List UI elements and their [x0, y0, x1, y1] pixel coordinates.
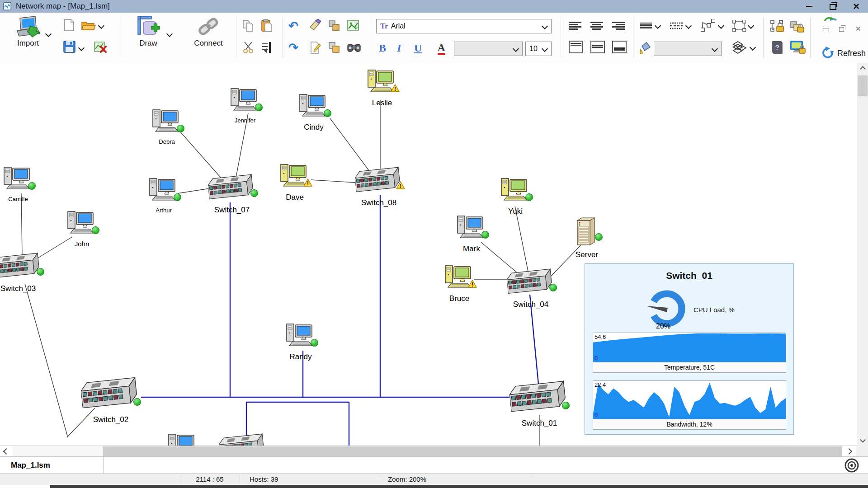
scroll-down-button[interactable]: [857, 434, 868, 446]
save-dropdown-icon[interactable]: [78, 45, 85, 51]
line-width-dropdown-icon[interactable]: [655, 23, 661, 29]
network-node-switch_08[interactable]: !Switch_08: [355, 169, 402, 195]
network-node-switch_01[interactable]: Switch_01: [510, 383, 569, 415]
connector-style-button[interactable]: [701, 19, 715, 33]
delete-map-icon[interactable]: [94, 41, 107, 53]
lock-network-icon[interactable]: [770, 20, 785, 33]
copy-objects-icon[interactable]: [328, 20, 340, 32]
center-map-button[interactable]: [844, 457, 860, 474]
network-node-bruce[interactable]: !Bruce: [445, 264, 474, 291]
paint-bucket-icon[interactable]: [639, 42, 651, 54]
lock-screen-icon[interactable]: [790, 41, 806, 54]
maximize-button[interactable]: [821, 0, 844, 13]
network-node-debra[interactable]: Debra: [152, 108, 181, 135]
lock-objects-icon[interactable]: [790, 20, 805, 33]
undo-icon[interactable]: ↶: [288, 20, 298, 32]
font-color-button[interactable]: A: [438, 42, 445, 55]
lattice-style-button[interactable]: [732, 41, 747, 54]
draw-button[interactable]: Draw: [127, 15, 169, 61]
network-node-john[interactable]: John: [67, 210, 96, 236]
switch-icon: [509, 380, 571, 418]
network-node-randy[interactable]: Randy: [286, 323, 315, 349]
draw-label: Draw: [139, 39, 157, 48]
bold-button[interactable]: B: [379, 42, 386, 53]
network-node[interactable]: [219, 435, 266, 446]
horizontal-scroll-thumb[interactable]: [103, 446, 842, 456]
network-node[interactable]: [168, 433, 197, 446]
line-width-button[interactable]: [640, 22, 652, 29]
align-center-button[interactable]: [590, 21, 603, 31]
open-dropdown-icon[interactable]: [98, 23, 104, 29]
app-icon: [3, 2, 11, 10]
network-node-switch_03[interactable]: Switch_03: [0, 254, 42, 281]
export-image-icon[interactable]: [347, 19, 360, 32]
tab-map1[interactable]: Map_1.lsm: [0, 457, 104, 474]
network-node-jennifer[interactable]: Jennifer: [231, 87, 259, 113]
taskbar-edge: [50, 485, 868, 488]
close-button[interactable]: ×: [844, 0, 868, 13]
align-left-button[interactable]: [569, 21, 581, 31]
line-style-button[interactable]: [670, 22, 683, 30]
network-node-switch_07[interactable]: Switch_07: [208, 176, 255, 202]
valign-bottom-button[interactable]: [612, 41, 627, 53]
format-painter-icon[interactable]: [309, 19, 321, 31]
line-color-select[interactable]: [654, 42, 722, 56]
network-node-leslie[interactable]: !Leslie: [368, 69, 396, 95]
scroll-left-button[interactable]: [0, 446, 13, 457]
network-node-camille[interactable]: Camille: [4, 166, 33, 192]
connect-button[interactable]: Connect: [188, 15, 229, 61]
open-folder-icon[interactable]: [81, 20, 96, 31]
line-style-dropdown-icon[interactable]: [685, 23, 692, 29]
align-right-button[interactable]: [612, 21, 625, 31]
network-node-switch_02[interactable]: Switch_02: [81, 379, 140, 412]
minimize-button[interactable]: [797, 0, 821, 13]
underline-button[interactable]: U: [414, 42, 422, 53]
mdi-minimize-button[interactable]: [823, 28, 829, 31]
order-objects-icon[interactable]: [328, 42, 340, 53]
cut-icon[interactable]: [242, 42, 254, 53]
network-node-server[interactable]: Server: [576, 217, 597, 247]
node-label: Switch_08: [361, 198, 396, 207]
vertical-scrollbar[interactable]: [857, 63, 868, 446]
italic-button[interactable]: I: [397, 42, 401, 53]
network-node-switch_04[interactable]: Switch_04: [507, 270, 554, 296]
font-size-dropdown-icon: [542, 46, 548, 52]
font-family-select[interactable]: Tr Arial: [376, 19, 552, 33]
pc-icon: [4, 166, 33, 192]
find-icon[interactable]: [347, 42, 361, 53]
arrange-objects-icon[interactable]: [261, 42, 272, 53]
save-icon[interactable]: [63, 41, 75, 53]
refresh-icon[interactable]: [821, 46, 835, 60]
import-dropdown-icon[interactable]: [45, 31, 52, 37]
shape-style-dropdown-icon[interactable]: [748, 23, 754, 29]
update-status-icon[interactable]: [824, 16, 837, 23]
vertical-scroll-thumb[interactable]: [858, 75, 868, 96]
paste-icon[interactable]: [261, 19, 272, 32]
import-button[interactable]: Import: [7, 15, 49, 61]
mdi-close-button[interactable]: ✕: [855, 25, 861, 32]
horizontal-scrollbar[interactable]: [0, 446, 857, 456]
network-node-yuki[interactable]: Yuki: [501, 177, 530, 203]
mdi-restore-button[interactable]: [839, 27, 844, 32]
scroll-up-button[interactable]: [857, 63, 868, 75]
shape-style-button[interactable]: [732, 20, 746, 32]
network-node-arthur[interactable]: Arthur: [149, 177, 178, 203]
connector-style-dropdown-icon[interactable]: [718, 23, 724, 29]
scroll-right-button[interactable]: [842, 446, 856, 457]
valign-middle-button[interactable]: [590, 41, 605, 53]
fill-color-select[interactable]: [454, 42, 523, 56]
new-file-icon[interactable]: [64, 19, 74, 31]
copy-icon[interactable]: [242, 20, 254, 32]
network-node-dave[interactable]: !Dave: [280, 163, 309, 189]
valign-top-button[interactable]: [569, 41, 583, 53]
edit-page-icon[interactable]: [310, 42, 321, 54]
draw-dropdown-icon[interactable]: [166, 31, 173, 37]
help-book-icon[interactable]: ?: [771, 41, 783, 54]
refresh-label[interactable]: Refresh: [837, 49, 866, 58]
redo-icon[interactable]: ↷: [288, 42, 298, 53]
font-size-select[interactable]: 10: [525, 42, 552, 56]
map-canvas[interactable]: !LeslieJenniferCindyDebraCamilleArthurSw…: [0, 63, 857, 446]
network-node-mark[interactable]: Mark: [457, 215, 486, 241]
network-node-cindy[interactable]: Cindy: [299, 93, 328, 119]
lattice-dropdown-icon[interactable]: [750, 44, 756, 51]
